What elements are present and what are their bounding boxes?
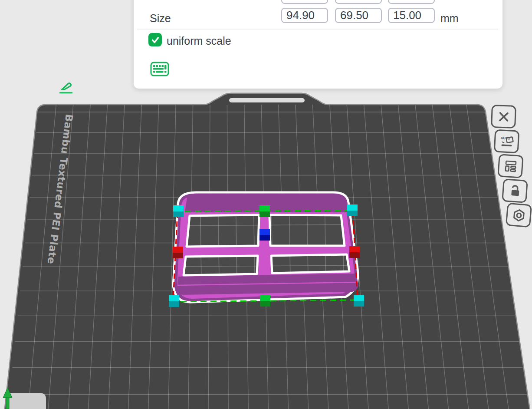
edit-plate-name-button[interactable]: [56, 80, 76, 95]
scale-panel: Size mm uniform scale: [134, 0, 502, 89]
auto-orient-button[interactable]: AUTO: [494, 129, 520, 154]
delete-plate-button[interactable]: [491, 105, 516, 129]
size-z-input[interactable]: [388, 8, 435, 23]
plate-settings-button[interactable]: [506, 203, 532, 228]
size-label: Size: [150, 12, 171, 25]
scale-handle-x-left[interactable]: [173, 247, 183, 258]
scale-handle-corner-bl[interactable]: [169, 295, 179, 307]
arrange-button[interactable]: [497, 154, 524, 178]
scale-x-input[interactable]: [281, 0, 328, 4]
auto-orient-icon: AUTO: [499, 134, 515, 149]
scale-handle-z[interactable]: [259, 229, 270, 241]
uniform-scale-label: uniform scale: [167, 35, 231, 47]
arrange-icon: [503, 158, 518, 173]
hex-nut-icon: [511, 207, 527, 223]
size-x-input[interactable]: [281, 8, 328, 23]
close-icon: [496, 109, 511, 124]
scale-handle-corner-tl[interactable]: [173, 205, 184, 217]
keyboard-shortcuts-button[interactable]: [150, 62, 169, 76]
scale-handle-corner-tr[interactable]: [347, 204, 358, 216]
pencil-icon: [56, 80, 76, 95]
size-unit: mm: [440, 12, 459, 25]
scale-handle-y-front[interactable]: [260, 295, 270, 307]
panel-divider: [137, 29, 498, 30]
uniform-scale-checkbox[interactable]: [148, 33, 162, 46]
scale-z-input[interactable]: [388, 0, 435, 4]
checkmark-icon: [151, 35, 160, 45]
bambu-studio-viewport: Bambu Textured PEI Plate: [0, 0, 532, 409]
size-y-input[interactable]: [335, 8, 382, 23]
scale-handle-x-right[interactable]: [349, 246, 360, 258]
keyboard-icon: [150, 62, 169, 76]
scale-handle-corner-br[interactable]: [354, 295, 364, 307]
scale-handle-y-back[interactable]: [259, 205, 270, 217]
plate-tag[interactable]: [9, 393, 46, 409]
plate-handle-slot: [229, 98, 305, 102]
lock-open-icon: [507, 183, 522, 198]
lock-plate-button[interactable]: [502, 178, 528, 203]
scale-y-input[interactable]: [335, 0, 382, 4]
svg-text:AUTO: AUTO: [500, 136, 510, 140]
